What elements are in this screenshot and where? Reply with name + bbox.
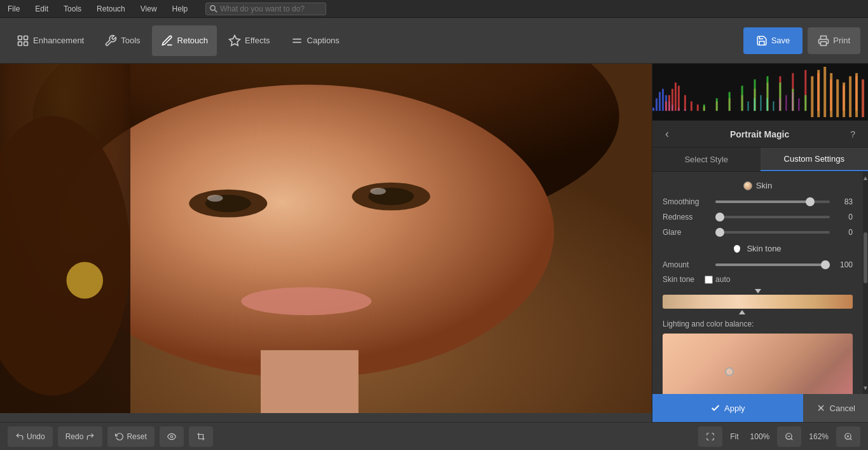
zoom-162: 162% (805, 432, 832, 441)
reset-button[interactable]: Reset (107, 426, 154, 447)
crop-button[interactable] (189, 426, 213, 447)
search-box[interactable] (205, 3, 326, 15)
svg-rect-72 (798, 98, 799, 111)
menu-bar: File Edit Tools Retouch View Help (0, 0, 868, 18)
amount-slider[interactable] (715, 264, 830, 266)
svg-rect-80 (855, 73, 858, 117)
preview-toggle[interactable] (160, 426, 184, 447)
svg-rect-70 (785, 95, 787, 111)
print-icon (818, 35, 829, 46)
redness-slider[interactable] (715, 216, 830, 218)
tab-select-style[interactable]: Select Style (652, 148, 761, 171)
tab-tools[interactable]: Tools (95, 25, 149, 56)
color-indicator-bottom (739, 310, 745, 314)
tab-effects[interactable]: Effects (219, 25, 279, 56)
svg-rect-81 (862, 80, 864, 117)
svg-rect-73 (811, 76, 813, 117)
lighting-box[interactable] (663, 334, 853, 394)
main-area: ‹ Portrait Magic ? Select Style Custom S… (0, 64, 868, 422)
tab-custom-settings[interactable]: Custom Settings (761, 148, 869, 171)
smoothing-value: 83 (835, 197, 853, 206)
svg-rect-55 (703, 104, 705, 111)
svg-rect-3 (24, 36, 28, 39)
svg-rect-9 (821, 41, 827, 45)
glare-slider[interactable] (715, 231, 830, 234)
fit-screen-button[interactable] (698, 426, 722, 447)
tab-captions[interactable]: Captions (282, 25, 348, 56)
tab-retouch[interactable]: Retouch (152, 25, 217, 56)
portrait-image (0, 64, 652, 413)
svg-rect-27 (659, 92, 661, 111)
retouch-icon (161, 34, 174, 47)
cancel-button[interactable]: Cancel (803, 394, 868, 422)
save-button[interactable]: Save (743, 27, 803, 54)
glare-value: 0 (835, 228, 853, 237)
redo-icon (86, 432, 95, 441)
effects-icon (228, 34, 241, 47)
color-indicator-top (755, 289, 761, 293)
redo-button[interactable]: Redo (58, 426, 103, 447)
search-input[interactable] (220, 4, 322, 13)
bottom-right: Fit 100% 162% (698, 426, 860, 447)
smoothing-slider[interactable] (715, 200, 830, 203)
photo-canvas[interactable] (0, 64, 652, 413)
skin-tone-auto-row: Skin tone auto (652, 272, 863, 286)
skin-tone-color-bar[interactable] (663, 295, 853, 309)
svg-rect-78 (843, 83, 845, 117)
undo-button[interactable]: Undo (8, 426, 53, 447)
svg-point-22 (66, 262, 103, 299)
canvas-wrapper (0, 64, 652, 422)
amount-value: 100 (835, 260, 853, 269)
print-button[interactable]: Print (808, 27, 860, 54)
skin-tone-auto-label: Skin tone (663, 275, 694, 284)
auto-checkbox-row[interactable]: auto (705, 275, 730, 284)
svg-rect-56 (716, 98, 718, 111)
crop-icon (196, 432, 205, 441)
scrollbar-thumb[interactable] (864, 232, 867, 283)
smoothing-label: Smoothing (663, 197, 710, 206)
zoom-out-button[interactable] (777, 426, 801, 447)
enhancement-icon (17, 34, 29, 47)
menu-view[interactable]: View (138, 3, 160, 15)
svg-rect-4 (18, 41, 22, 45)
apply-button[interactable]: Apply (652, 394, 803, 422)
menu-tools[interactable]: Tools (61, 3, 84, 15)
zoom-in-icon (844, 432, 853, 441)
svg-rect-26 (656, 98, 658, 111)
scrollbar-up-arrow[interactable]: ▲ (861, 173, 868, 183)
menu-retouch[interactable]: Retouch (94, 3, 128, 15)
back-button[interactable]: ‹ (660, 126, 674, 142)
svg-rect-41 (697, 104, 699, 111)
svg-rect-23 (261, 350, 359, 413)
checkmark-icon (710, 403, 720, 413)
amount-row: Amount 100 (652, 257, 863, 272)
search-icon (210, 5, 217, 13)
right-panel: ‹ Portrait Magic ? Select Style Custom S… (652, 64, 868, 422)
svg-line-89 (850, 438, 852, 440)
menu-edit[interactable]: Edit (32, 3, 51, 15)
scrollbar-down-arrow[interactable]: ▼ (861, 383, 868, 393)
menu-file[interactable]: File (5, 3, 22, 15)
portrait-magic-tabs: Select Style Custom Settings (652, 148, 868, 172)
horizontal-scrollbar[interactable] (0, 413, 652, 422)
svg-rect-63 (804, 95, 806, 111)
svg-rect-38 (678, 86, 680, 111)
svg-point-15 (207, 195, 223, 202)
auto-label: auto (715, 275, 730, 284)
auto-checkbox[interactable] (705, 276, 713, 284)
zoom-100: 100% (747, 432, 774, 441)
svg-rect-75 (823, 67, 826, 117)
smoothing-row: Smoothing 83 (652, 194, 863, 209)
histogram (652, 64, 868, 121)
bottom-bar: Undo Redo Reset Fit 100% 162% (0, 422, 868, 450)
zoom-in-button[interactable] (836, 426, 860, 447)
menu-help[interactable]: Help (170, 3, 191, 15)
tab-enhancement[interactable]: Enhancement (8, 25, 93, 56)
svg-point-0 (210, 5, 216, 10)
help-button[interactable]: ? (845, 128, 860, 141)
color-bar-container (652, 286, 863, 317)
svg-point-18 (370, 188, 386, 195)
amount-label: Amount (663, 260, 710, 269)
vertical-scrollbar[interactable]: ▲ ▼ (863, 172, 868, 394)
svg-rect-40 (691, 101, 692, 111)
